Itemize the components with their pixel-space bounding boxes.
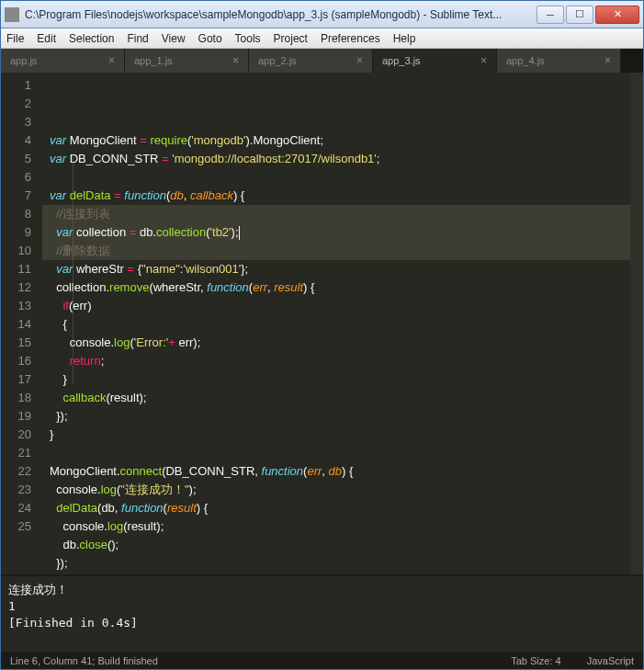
tab-app_4-js[interactable]: app_4.js× bbox=[497, 49, 621, 73]
code-line[interactable]: var whereStr = {"name":'wilson001'}; bbox=[42, 260, 630, 278]
code-line[interactable]: var DB_CONN_STR = 'mongodb://localhost:2… bbox=[42, 150, 630, 168]
tab-close-icon[interactable]: × bbox=[232, 54, 239, 67]
code-line[interactable]: db.close(); bbox=[42, 536, 630, 554]
tab-app_1-js[interactable]: app_1.js× bbox=[125, 49, 249, 73]
code-line[interactable]: var collection = db.collection('tb2'); bbox=[42, 223, 630, 242]
code-line[interactable]: MongoClient.connect(DB_CONN_STR, functio… bbox=[42, 462, 630, 481]
status-tabsize[interactable]: Tab Size: 4 bbox=[511, 655, 560, 666]
build-output: 连接成功！ 1 [Finished in 0.4s] bbox=[1, 574, 643, 652]
app-icon bbox=[5, 7, 19, 22]
tab-label: app.js bbox=[10, 55, 37, 66]
code-line[interactable]: var delData = function(db, callback) { bbox=[42, 187, 630, 205]
menu-selection[interactable]: Selection bbox=[69, 32, 114, 45]
code-line[interactable] bbox=[42, 444, 630, 462]
editor-area: 1234567891011121314151617181920212223242… bbox=[1, 73, 643, 574]
menu-edit[interactable]: Edit bbox=[37, 32, 56, 45]
code-line[interactable]: }); bbox=[42, 573, 630, 574]
menu-file[interactable]: File bbox=[6, 32, 24, 45]
code-line[interactable]: } bbox=[42, 370, 630, 389]
minimap[interactable] bbox=[630, 73, 643, 574]
window-controls: ─ ☐ ✕ bbox=[537, 6, 639, 24]
status-left: Line 6, Column 41; Build finished bbox=[10, 655, 158, 666]
code-line[interactable]: collection.remove(whereStr, function(err… bbox=[42, 278, 630, 297]
minimize-button[interactable]: ─ bbox=[537, 6, 564, 24]
tab-label: app_2.js bbox=[258, 55, 297, 66]
maximize-button[interactable]: ☐ bbox=[566, 6, 593, 24]
code-line[interactable]: var MongoClient = require('mongodb').Mon… bbox=[42, 131, 630, 150]
menu-project[interactable]: Project bbox=[274, 32, 308, 45]
status-syntax[interactable]: JavaScript bbox=[587, 655, 634, 666]
status-bar: Line 6, Column 41; Build finished Tab Si… bbox=[1, 652, 643, 670]
tab-close-icon[interactable]: × bbox=[356, 54, 363, 67]
tab-close-icon[interactable]: × bbox=[108, 54, 115, 67]
code-line[interactable]: }); bbox=[42, 407, 630, 426]
tab-app_2-js[interactable]: app_2.js× bbox=[249, 49, 373, 73]
code-line[interactable]: console.log("连接成功！"); bbox=[42, 481, 630, 499]
code-line[interactable]: //删除数据 bbox=[42, 242, 630, 260]
menu-find[interactable]: Find bbox=[127, 32, 148, 45]
code-line[interactable]: { bbox=[42, 315, 630, 334]
menu-goto[interactable]: Goto bbox=[198, 32, 222, 45]
tab-app-js[interactable]: app.js× bbox=[1, 49, 125, 73]
tab-label: app_4.js bbox=[506, 55, 545, 66]
code-line[interactable]: return; bbox=[42, 352, 630, 370]
code-line[interactable] bbox=[42, 168, 630, 187]
tab-close-icon[interactable]: × bbox=[480, 54, 487, 67]
menu-bar: FileEditSelectionFindViewGotoToolsProjec… bbox=[1, 28, 643, 49]
menu-view[interactable]: View bbox=[162, 32, 186, 45]
code-line[interactable]: }); bbox=[42, 554, 630, 573]
code-line[interactable]: } bbox=[42, 426, 630, 444]
menu-preferences[interactable]: Preferences bbox=[321, 32, 380, 45]
code-area[interactable]: var MongoClient = require('mongodb').Mon… bbox=[42, 73, 630, 574]
code-line[interactable]: //连接到表 bbox=[42, 205, 630, 223]
menu-tools[interactable]: Tools bbox=[235, 32, 261, 45]
tab-label: app_3.js bbox=[382, 55, 421, 66]
line-gutter: 1234567891011121314151617181920212223242… bbox=[1, 73, 42, 574]
code-line[interactable]: console.log('Error:'+ err); bbox=[42, 334, 630, 352]
code-line[interactable]: if(err) bbox=[42, 297, 630, 315]
tab-bar: app.js×app_1.js×app_2.js×app_3.js×app_4.… bbox=[1, 49, 643, 73]
window-titlebar: C:\Program Files\nodejs\workspace\sample… bbox=[1, 1, 643, 28]
code-line[interactable]: callback(result); bbox=[42, 389, 630, 407]
tab-label: app_1.js bbox=[134, 55, 173, 66]
tab-close-icon[interactable]: × bbox=[604, 54, 611, 67]
close-button[interactable]: ✕ bbox=[595, 6, 639, 24]
code-line[interactable]: delData(db, function(result) { bbox=[42, 499, 630, 517]
window-title: C:\Program Files\nodejs\workspace\sample… bbox=[25, 8, 537, 21]
fold-guide bbox=[73, 153, 73, 383]
code-line[interactable]: console.log(result); bbox=[42, 517, 630, 536]
tab-app_3-js[interactable]: app_3.js× bbox=[373, 49, 497, 73]
menu-help[interactable]: Help bbox=[393, 32, 416, 45]
